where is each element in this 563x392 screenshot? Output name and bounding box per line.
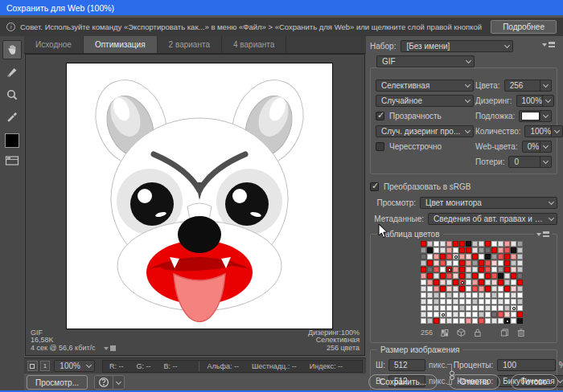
color-swatch[interactable] xyxy=(421,267,426,272)
color-swatch[interactable] xyxy=(440,267,446,272)
color-swatch[interactable] xyxy=(421,286,426,292)
interlaced-checkbox[interactable] xyxy=(376,142,384,151)
color-swatch[interactable] xyxy=(459,241,465,247)
color-swatch[interactable] xyxy=(491,273,497,279)
color-swatch[interactable] xyxy=(485,247,491,253)
color-swatch[interactable] xyxy=(491,292,497,298)
color-swatch[interactable] xyxy=(479,267,484,272)
color-swatch[interactable] xyxy=(491,299,497,304)
color-swatch[interactable] xyxy=(440,254,446,259)
color-swatch[interactable] xyxy=(485,312,491,317)
eyedropper-tool[interactable] xyxy=(2,108,22,127)
more-details-button[interactable]: Подробнее xyxy=(491,20,557,34)
color-swatch[interactable] xyxy=(511,273,516,279)
color-swatch[interactable] xyxy=(504,254,510,259)
color-swatch[interactable] xyxy=(421,312,426,317)
save-button[interactable]: Сохранить... xyxy=(368,374,438,390)
srgb-checkbox[interactable] xyxy=(370,182,379,191)
color-swatch[interactable] xyxy=(472,241,478,247)
color-swatch[interactable] xyxy=(459,305,465,311)
color-swatch[interactable] xyxy=(434,254,439,259)
color-swatch[interactable] xyxy=(434,305,439,311)
window-titlebar[interactable]: Сохранить для Web (100%) xyxy=(0,0,563,15)
color-swatch[interactable] xyxy=(427,267,433,272)
preset-select[interactable]: [Без имени] xyxy=(401,40,513,52)
color-swatch[interactable] xyxy=(446,305,452,311)
color-swatch[interactable] xyxy=(453,305,458,311)
color-swatch[interactable] xyxy=(453,241,458,247)
color-swatch[interactable] xyxy=(504,305,510,311)
color-swatch[interactable] xyxy=(472,260,478,266)
color-swatch[interactable] xyxy=(466,267,471,272)
tab-2up[interactable]: 2 варианта xyxy=(158,36,222,53)
color-swatch[interactable] xyxy=(511,247,516,253)
color-swatch[interactable] xyxy=(459,267,465,272)
color-swatch[interactable] xyxy=(472,299,478,304)
color-swatch[interactable] xyxy=(485,273,491,279)
color-swatch[interactable] xyxy=(485,280,491,285)
color-swatch[interactable] xyxy=(427,318,433,324)
color-swatch[interactable] xyxy=(517,318,523,324)
color-swatch[interactable] xyxy=(434,273,439,279)
color-swatch[interactable] xyxy=(427,273,433,279)
color-swatch[interactable] xyxy=(511,267,516,272)
color-swatch[interactable] xyxy=(453,254,458,259)
color-swatch[interactable] xyxy=(491,267,497,272)
color-swatch[interactable] xyxy=(427,260,433,266)
color-swatch[interactable] xyxy=(472,273,478,279)
color-swatch[interactable] xyxy=(517,260,523,266)
trash-icon[interactable] xyxy=(517,328,525,337)
format-select[interactable]: GIF xyxy=(376,55,475,67)
color-swatch[interactable] xyxy=(472,247,478,253)
color-swatch[interactable] xyxy=(479,273,484,279)
color-swatch[interactable] xyxy=(485,305,491,311)
color-swatch[interactable] xyxy=(517,292,523,298)
color-swatch[interactable] xyxy=(453,286,458,292)
color-swatch[interactable] xyxy=(446,280,452,285)
color-swatch[interactable] xyxy=(434,318,439,324)
color-swatch[interactable] xyxy=(453,318,458,324)
color-swatch[interactable] xyxy=(485,267,491,272)
color-swatch[interactable] xyxy=(434,267,439,272)
color-swatch[interactable] xyxy=(479,305,484,311)
chevron-down-icon[interactable] xyxy=(540,80,551,91)
eyedropper-color-swatch[interactable] xyxy=(5,133,19,148)
color-swatch[interactable] xyxy=(504,299,510,304)
color-swatch[interactable] xyxy=(440,312,446,317)
color-swatch[interactable] xyxy=(453,299,458,304)
color-swatch[interactable] xyxy=(453,267,458,272)
color-swatch[interactable] xyxy=(491,286,497,292)
color-swatch[interactable] xyxy=(459,299,465,304)
metadata-select[interactable]: Сведения об авт. правах и контакты xyxy=(428,213,557,225)
color-swatch[interactable] xyxy=(498,299,503,304)
color-swatch[interactable] xyxy=(498,292,503,298)
color-swatch[interactable] xyxy=(466,286,471,292)
color-swatch[interactable] xyxy=(446,273,452,279)
colors-field[interactable]: 256 xyxy=(504,80,552,92)
color-swatch[interactable] xyxy=(498,273,503,279)
dither-field[interactable]: 100% xyxy=(516,95,555,107)
color-swatch[interactable] xyxy=(459,286,465,292)
color-swatch[interactable] xyxy=(434,312,439,317)
color-swatch[interactable] xyxy=(459,273,465,279)
color-swatch[interactable] xyxy=(511,318,516,324)
color-swatch[interactable] xyxy=(446,267,452,272)
color-swatch[interactable] xyxy=(459,312,465,317)
color-swatch[interactable] xyxy=(466,292,471,298)
slice-select-tool[interactable] xyxy=(2,63,22,82)
color-swatch[interactable] xyxy=(517,305,523,311)
color-swatch[interactable] xyxy=(498,312,503,317)
color-swatch[interactable] xyxy=(517,280,523,285)
chevron-down-icon[interactable] xyxy=(542,96,553,106)
color-swatch[interactable] xyxy=(511,312,516,317)
color-swatch[interactable] xyxy=(434,292,439,298)
color-swatch[interactable] xyxy=(427,247,433,253)
color-swatch[interactable] xyxy=(472,305,478,311)
color-swatch[interactable] xyxy=(434,247,439,253)
color-swatch[interactable] xyxy=(466,318,471,324)
color-swatch[interactable] xyxy=(440,280,446,285)
artboard[interactable] xyxy=(66,63,333,329)
color-swatch[interactable] xyxy=(421,260,426,266)
color-swatch[interactable] xyxy=(446,254,452,259)
color-swatch[interactable] xyxy=(504,273,510,279)
